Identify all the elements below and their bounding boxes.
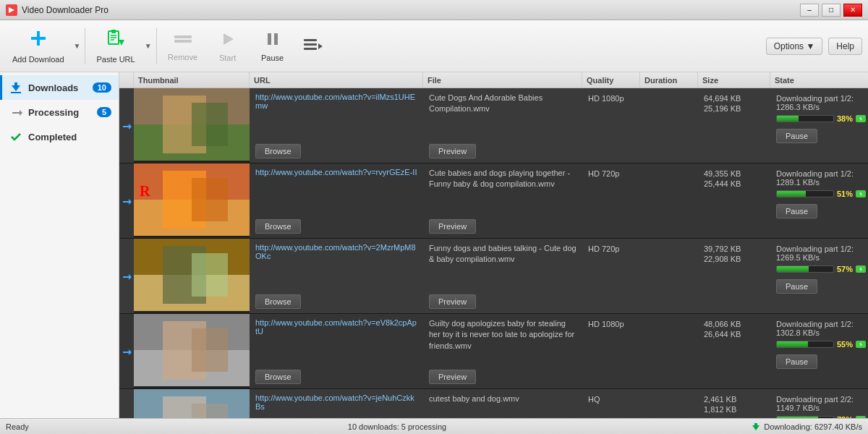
row-quality: HD 720p	[582, 239, 640, 313]
preview-button[interactable]: Preview	[429, 294, 476, 309]
row-size-cell: 48,066 KB 26,644 KB	[698, 314, 770, 388]
start-label: Start	[219, 54, 236, 62]
row-state-cell: Downloading part 1/2: 1269.5 KB/s 57% Pa…	[770, 239, 868, 313]
row-duration	[640, 163, 698, 238]
sidebar-item-downloads[interactable]: Downloads 10	[0, 75, 119, 100]
size-total: 64,694 KB	[704, 94, 765, 103]
row-quality: HD 1080p	[582, 314, 640, 388]
preview-button[interactable]: Preview	[429, 370, 476, 384]
row-size-cell: 64,694 KB 25,196 KB	[698, 88, 770, 163]
svg-rect-20	[11, 92, 21, 93]
row-url-cell: http://www.youtube.com/watch?v=2MzrMpM8O…	[250, 239, 423, 313]
svg-marker-41	[129, 274, 132, 280]
file-name: Cute Dogs And Adorable Babies Compilatio…	[429, 93, 576, 115]
progress-percent: 73%	[837, 415, 853, 418]
close-button[interactable]: ✕	[843, 4, 862, 17]
progress-bar	[776, 190, 834, 197]
row-arrow	[119, 239, 134, 313]
add-download-button[interactable]: Add Download	[6, 25, 71, 68]
help-button[interactable]: Help	[828, 38, 862, 55]
app-icon	[6, 4, 17, 16]
status-count: 10 downloads: 5 processing	[43, 422, 751, 431]
url-text: http://www.youtube.com/watch?v=rvyrGEzE-…	[255, 168, 417, 176]
pause-button[interactable]: Pause	[251, 25, 294, 68]
url-text: http://www.youtube.com/watch?v=ilMzs1UHE…	[255, 93, 417, 110]
row-thumbnail: R	[134, 163, 250, 238]
downloads-count: 10	[93, 82, 111, 93]
paste-url-label: Paste URL	[96, 55, 135, 64]
start-button[interactable]: Start	[206, 25, 250, 68]
status-bar: Ready 10 downloads: 5 processing Downloa…	[0, 418, 868, 434]
download-speed-icon	[751, 422, 761, 432]
pause-row-button[interactable]: Pause	[776, 354, 817, 369]
progress-bar	[776, 115, 834, 122]
svg-rect-45	[192, 253, 228, 297]
state-text: Downloading part 1/2: 1289.1 KB/s	[776, 169, 866, 187]
remove-icon	[173, 31, 193, 51]
svg-rect-62	[856, 416, 866, 418]
sidebar-item-processing[interactable]: Processing 5	[0, 100, 119, 124]
svg-marker-17	[318, 43, 323, 49]
paste-url-button[interactable]: Paste URL	[90, 25, 141, 68]
svg-marker-22	[20, 110, 22, 116]
minimize-button[interactable]: –	[800, 4, 819, 17]
svg-rect-14	[304, 39, 317, 41]
browse-button[interactable]: Browse	[255, 144, 301, 158]
url-text: http://www.youtube.com/watch?v=eV8k2cpAp…	[255, 318, 417, 336]
browse-button[interactable]: Browse	[255, 219, 301, 234]
sidebar-item-completed[interactable]: Completed	[0, 124, 119, 149]
th-state: State	[770, 72, 868, 88]
add-dropdown-arrow[interactable]: ▼	[74, 42, 81, 50]
state-text: Downloading part 1/2: 1302.8 KB/s	[776, 320, 866, 337]
start-icon	[218, 30, 238, 52]
file-name: Guilty dog apologizes baby for stealing …	[429, 318, 576, 352]
svg-text:R: R	[140, 183, 150, 199]
svg-marker-8	[119, 40, 124, 46]
svg-rect-46	[856, 265, 866, 273]
remove-button[interactable]: Remove	[161, 25, 205, 68]
preview-button[interactable]: Preview	[429, 144, 476, 158]
row-thumbnail	[134, 389, 250, 418]
preview-button[interactable]: Preview	[429, 219, 476, 234]
row-arrow	[119, 163, 134, 238]
svg-rect-53	[192, 328, 228, 372]
quality-value: HQ	[588, 395, 600, 404]
add-download-label: Add Download	[12, 55, 64, 64]
browse-button[interactable]: Browse	[255, 370, 301, 384]
progress-row: 38%	[776, 114, 866, 123]
pause-row-button[interactable]: Pause	[776, 129, 817, 143]
size-done: 22,908 KB	[704, 255, 765, 263]
pause-row-button[interactable]: Pause	[776, 279, 817, 294]
progress-bar	[776, 416, 834, 418]
progress-lightning	[856, 341, 866, 348]
pause-icon	[263, 30, 283, 52]
progress-percent: 51%	[837, 190, 853, 198]
main-layout: Downloads 10 Processing 5 Completed	[0, 72, 868, 418]
th-quality: Quality	[582, 72, 640, 88]
svg-rect-28	[192, 103, 228, 146]
paste-icon	[106, 28, 126, 54]
svg-rect-12	[268, 33, 271, 45]
menu-button[interactable]	[296, 25, 329, 68]
row-arrow	[119, 88, 134, 163]
options-button[interactable]: Options ▼	[766, 38, 823, 55]
quality-value: HD 720p	[588, 169, 619, 178]
row-duration	[640, 389, 698, 418]
row-thumbnail	[134, 239, 250, 313]
row-duration	[640, 88, 698, 163]
size-done: 26,644 KB	[704, 330, 765, 339]
processing-icon	[9, 106, 22, 119]
svg-marker-0	[9, 7, 14, 13]
pause-row-button[interactable]: Pause	[776, 204, 817, 218]
status-speed: Downloading: 6297.40 KB/s	[751, 422, 862, 432]
maximize-button[interactable]: □	[822, 4, 841, 17]
browse-button[interactable]: Browse	[255, 294, 301, 309]
progress-lightning	[856, 416, 866, 418]
svg-rect-61	[192, 404, 228, 418]
status-ready: Ready	[6, 422, 29, 431]
paste-dropdown-arrow[interactable]: ▼	[145, 42, 152, 50]
svg-rect-2	[31, 37, 46, 40]
content-area: Thumbnail URL File Quality Duration Size…	[119, 72, 868, 418]
th-indicator	[119, 72, 134, 88]
table-row: http://www.youtube.com/watch?v=jeNuhCzkk…	[119, 389, 868, 418]
